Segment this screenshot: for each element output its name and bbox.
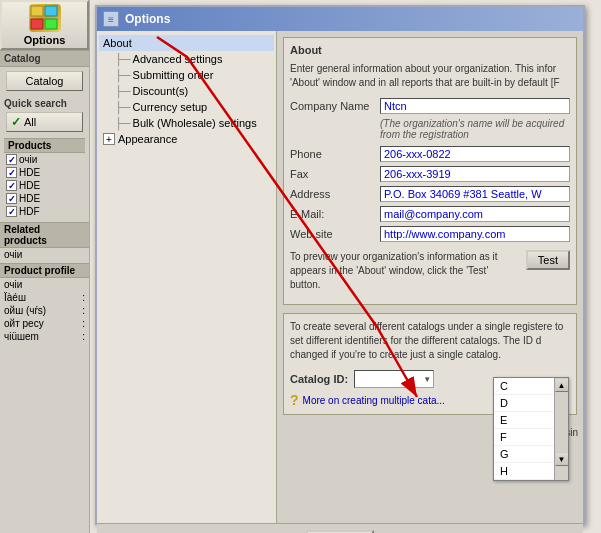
tree-item-label: Advanced settings: [133, 53, 223, 65]
product-checkbox[interactable]: [6, 193, 17, 204]
catalog-section-label: Catalog: [0, 50, 89, 67]
profile-value: :: [82, 305, 85, 316]
tree-item-label: Currency setup: [133, 101, 208, 113]
dropdown-popup-inner: C D E F G H ▲ ▼: [494, 378, 568, 480]
tree-item-submitting[interactable]: ├─ Submitting order: [99, 67, 274, 83]
product-name: очіи: [19, 154, 37, 165]
preview-section: To preview your organization's informati…: [290, 250, 570, 298]
company-note: (The organization's name will be acquire…: [380, 118, 570, 140]
profile-label: ойт ресу: [4, 318, 44, 329]
options-window: ≡ Options About ├─ Advanced settings ├─ …: [95, 5, 585, 525]
options-titlebar: ≡ Options: [97, 7, 583, 31]
profile-item[interactable]: очіи: [0, 278, 89, 291]
product-name: HDF: [19, 206, 40, 217]
dropdown-item-h[interactable]: H: [494, 463, 554, 480]
quick-search-section: Quick search ✓ All: [0, 95, 89, 136]
tree-item-label: Discount(s): [133, 85, 189, 97]
dropdown-item-c[interactable]: C: [494, 378, 554, 395]
question-icon: ?: [290, 392, 299, 408]
profile-row: Ïàéш :: [0, 291, 89, 304]
address-label: Address: [290, 188, 380, 200]
about-group-title: About: [290, 44, 570, 56]
related-item[interactable]: очіи: [0, 248, 89, 261]
profile-value: :: [82, 292, 85, 303]
all-button[interactable]: ✓ All: [6, 112, 83, 132]
about-group: About Enter general information about yo…: [283, 37, 577, 305]
tree-item-appearance[interactable]: + Appearance: [99, 131, 274, 147]
catalog-button[interactable]: Catalog: [6, 71, 83, 91]
tree-item-label: Appearance: [118, 133, 177, 145]
products-section: Products очіи HDE HDE HDE HDF: [0, 136, 89, 220]
website-value[interactable]: http://www.company.com: [380, 226, 570, 242]
product-name: HDE: [19, 193, 40, 204]
product-checkbox[interactable]: [6, 167, 17, 178]
list-item[interactable]: HDF: [4, 205, 85, 218]
product-checkbox[interactable]: [6, 154, 17, 165]
address-value[interactable]: P.O. Box 34069 #381 Seattle, W: [380, 186, 570, 202]
list-item[interactable]: HDE: [4, 192, 85, 205]
tree-item-discount[interactable]: ├─ Discount(s): [99, 83, 274, 99]
svg-rect-0: [31, 6, 43, 16]
company-name-value[interactable]: Ntcn: [380, 98, 570, 114]
tree-item-currency[interactable]: ├─ Currency setup: [99, 99, 274, 115]
profile-label: ойш (чŕs): [4, 305, 46, 316]
profile-label: Ïàéш: [4, 292, 26, 303]
tree-connector: ├─: [115, 101, 131, 113]
product-profile-label: Product profile: [0, 263, 89, 278]
quicksearch-label: Quick search: [4, 97, 85, 110]
list-item[interactable]: HDE: [4, 166, 85, 179]
about-description: Enter general information about your org…: [290, 62, 570, 90]
tree-expander-icon[interactable]: +: [103, 133, 115, 145]
catalog-description: To create several different catalogs und…: [290, 320, 570, 362]
email-row: E-Mail: mail@company.com: [290, 206, 570, 222]
catalog-id-label: Catalog ID:: [290, 373, 348, 385]
company-name-row: Company Name Ntcn: [290, 98, 570, 114]
dropdown-scrollbar: ▲ ▼: [554, 378, 568, 480]
email-value[interactable]: mail@company.com: [380, 206, 570, 222]
scroll-up-button[interactable]: ▲: [555, 378, 569, 392]
fax-row: Fax 206-xxx-3919: [290, 166, 570, 182]
tree-item-advanced[interactable]: ├─ Advanced settings: [99, 51, 274, 67]
phone-value[interactable]: 206-xxx-0822: [380, 146, 570, 162]
help-row: Help: [97, 523, 583, 533]
tree-item-label: Submitting order: [133, 69, 214, 81]
tree-item-bulk[interactable]: ├─ Bulk (Wholesale) settings: [99, 115, 274, 131]
dropdown-item-f[interactable]: F: [494, 429, 554, 446]
options-button[interactable]: Options: [0, 0, 89, 50]
svg-rect-1: [45, 6, 57, 16]
catalog-id-dropdown[interactable]: ▼: [354, 370, 434, 388]
profile-value: :: [82, 331, 85, 342]
tree-connector: ├─: [115, 53, 131, 65]
tree-item-about[interactable]: About: [99, 35, 274, 51]
test-button[interactable]: Test: [526, 250, 570, 270]
tree-connector: ├─: [115, 117, 131, 129]
tree-item-label: About: [103, 37, 132, 49]
related-products-label: Related products: [0, 222, 89, 248]
product-checkbox[interactable]: [6, 206, 17, 217]
website-label: Web site: [290, 228, 380, 240]
products-label: Products: [4, 138, 85, 153]
product-checkbox[interactable]: [6, 180, 17, 191]
preview-text: To preview your organization's informati…: [290, 250, 520, 292]
phone-row: Phone 206-xxx-0822: [290, 146, 570, 162]
profile-row: чіüшem :: [0, 330, 89, 343]
tree-item-label: Bulk (Wholesale) settings: [133, 117, 257, 129]
more-link-text: More on creating multiple cata...: [303, 395, 445, 406]
address-row: Address P.O. Box 34069 #381 Seattle, W: [290, 186, 570, 202]
all-label: All: [24, 116, 36, 128]
profile-row: ойт ресу :: [0, 317, 89, 330]
dropdown-item-e[interactable]: E: [494, 412, 554, 429]
dropdown-item-g[interactable]: G: [494, 446, 554, 463]
fax-value[interactable]: 206-xxx-3919: [380, 166, 570, 182]
tree-connector: ├─: [115, 69, 131, 81]
profile-value: :: [82, 318, 85, 329]
svg-rect-2: [31, 19, 43, 29]
dropdown-item-d[interactable]: D: [494, 395, 554, 412]
svg-rect-3: [45, 19, 57, 29]
list-item[interactable]: HDE: [4, 179, 85, 192]
list-item[interactable]: очіи: [4, 153, 85, 166]
sidebar-options-label: Options: [24, 34, 66, 46]
dropdown-items-list: C D E F G H: [494, 378, 554, 480]
scroll-down-button[interactable]: ▼: [555, 452, 569, 466]
title-icon: ≡: [103, 11, 119, 27]
